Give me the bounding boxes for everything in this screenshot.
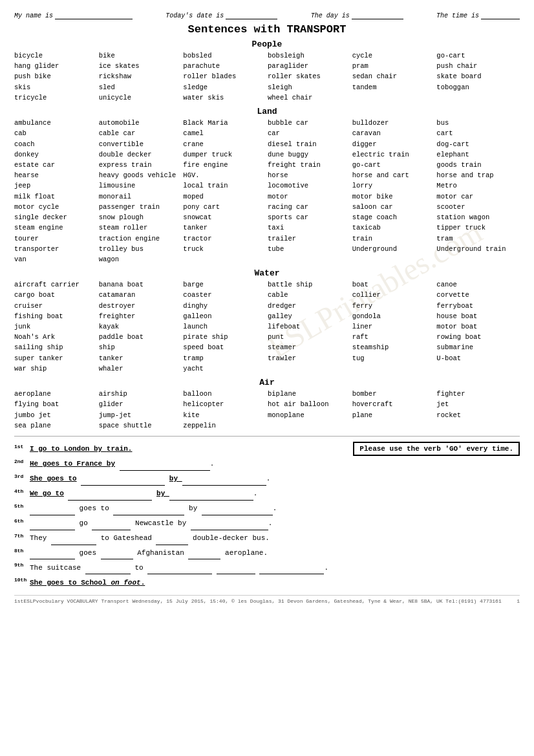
word-item [436, 255, 520, 265]
word-item: go-cart [436, 51, 520, 61]
word-item: diesel train [268, 140, 351, 149]
word-item: local train [183, 181, 266, 191]
sentence-row-7: 7th They to Gateshead double-decker bus. [14, 532, 520, 545]
word-item: ice skates [99, 61, 182, 71]
word-item: water skis [183, 93, 266, 103]
word-item: stage coach [352, 213, 436, 222]
word-item: trawler [268, 354, 351, 363]
word-item: saloon car [352, 202, 436, 212]
word-item: Black Maria [183, 118, 266, 128]
word-item: express train [99, 160, 182, 170]
word-item: tanker [99, 354, 182, 363]
word-item: coach [14, 140, 98, 149]
word-item: motor [268, 192, 351, 202]
word-item: toboggan [436, 83, 520, 92]
word-item: tug [352, 354, 436, 363]
word-item: galley [268, 312, 351, 321]
sentence-note: Please use the verb 'GO' every time. [353, 442, 520, 456]
word-item: punt [268, 332, 351, 342]
word-item [268, 421, 351, 431]
word-item: paddle boat [99, 332, 182, 342]
word-item: motor boat [436, 322, 520, 332]
footer-page-number: 1 [517, 598, 520, 604]
word-item [183, 255, 266, 265]
word-item: go-cart [352, 160, 436, 170]
sentence-row-9: 9th The suitcase to . [14, 561, 520, 574]
word-item [436, 364, 520, 374]
word-item: hovercraft [352, 400, 436, 409]
word-item: heavy goods vehicle [99, 171, 182, 180]
word-item: tractor [183, 234, 266, 244]
word-item: crane [183, 140, 266, 149]
word-item: submarine [436, 343, 520, 352]
word-item: traction engine [99, 234, 182, 244]
sentence-row-4: 4th We go to by . [14, 488, 520, 501]
word-item: battle ship [268, 280, 351, 290]
word-item: single decker [14, 213, 98, 222]
sentence-text-1: I go to London by train. [30, 445, 132, 453]
word-item: elephant [436, 150, 520, 160]
sentence-row-6: 6th go Newcastle by . [14, 517, 520, 530]
word-item: cycle [352, 51, 436, 61]
section-people-title: People [14, 39, 520, 49]
word-item: barge [183, 280, 266, 290]
footer: 1stESLPvocbulary VOCABULARY Transport We… [14, 595, 520, 604]
word-item: war ship [14, 364, 98, 374]
word-item: balloon [183, 389, 266, 399]
sentence-row-2: 2nd He goes to France by . [14, 458, 520, 471]
word-item: house boat [436, 312, 520, 321]
word-item: sedan chair [352, 72, 436, 81]
word-item: speed boat [183, 343, 266, 352]
word-item: steam engine [14, 223, 98, 233]
word-item: junk [14, 322, 98, 332]
word-item: raft [352, 332, 436, 342]
word-item: ship [99, 343, 182, 352]
word-item: fishing boat [14, 312, 98, 321]
word-item: tramp [183, 354, 266, 363]
sentence-row-10: 10th She goes to School on foot. [14, 576, 520, 589]
word-item: motor cycle [14, 202, 98, 212]
word-item: horse and cart [352, 171, 436, 180]
divider [14, 436, 520, 437]
word-item: Noah's Ark [14, 332, 98, 342]
word-item: milk float [14, 192, 98, 202]
word-item: racing car [268, 202, 351, 212]
word-item: steamer [268, 343, 351, 352]
word-item: estate car [14, 160, 98, 170]
word-item: roller skates [268, 72, 351, 81]
word-item: snow plough [99, 213, 182, 222]
word-item: tourer [14, 234, 98, 244]
water-word-grid: aircraft carrierbanana boatbargebattle s… [14, 280, 520, 374]
word-item [352, 421, 436, 431]
word-item: space shuttle [99, 421, 182, 431]
word-item: super tanker [14, 354, 98, 363]
word-item: bomber [352, 389, 436, 399]
word-item: sleigh [268, 83, 351, 92]
section-water-title: Water [14, 268, 520, 278]
word-item: ferry [352, 301, 436, 311]
word-item: sports car [268, 213, 351, 222]
people-word-grid: bicyclebikebobsledbobsleighcyclego-carth… [14, 51, 520, 103]
word-item: rowing boat [436, 332, 520, 342]
word-item: rocket [436, 411, 520, 420]
word-item: collier [352, 290, 436, 300]
word-item: Metro [436, 181, 520, 191]
word-item [268, 255, 351, 265]
word-item: galleon [183, 312, 266, 321]
word-item: Underground [352, 244, 436, 254]
word-item: fighter [436, 389, 520, 399]
land-word-grid: ambulanceautomobileBlack Mariabubble car… [14, 118, 520, 265]
word-item: liner [352, 322, 436, 332]
word-item: canoe [436, 280, 520, 290]
word-item: cable [268, 290, 351, 300]
word-item: bulldozer [352, 118, 436, 128]
word-item: van [14, 255, 98, 265]
word-item: bubble car [268, 118, 351, 128]
word-item: skis [14, 83, 98, 92]
section-land-title: Land [14, 107, 520, 116]
word-item: glider [99, 400, 182, 409]
sentence-row-5: 5th goes to by . [14, 502, 520, 515]
word-item: moped [183, 192, 266, 202]
word-item: trailer [268, 234, 351, 244]
word-item: lifeboat [268, 322, 351, 332]
